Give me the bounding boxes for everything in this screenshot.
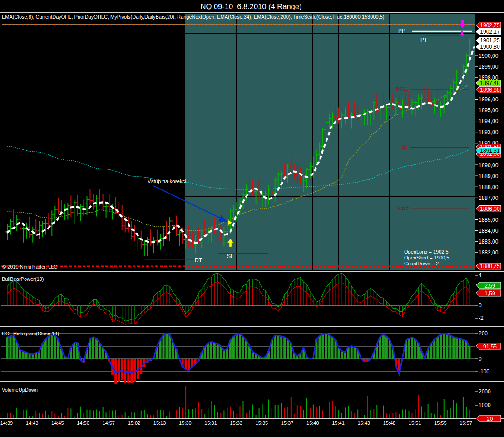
svg-text:1902,17: 1902,17 (480, 29, 500, 35)
svg-text:1900,00: 1900,00 (479, 53, 499, 59)
svg-text:NQ 09-10 6.8.2010 (4 Range): NQ 09-10 6.8.2010 (4 Range) (201, 2, 302, 10)
svg-text:1889,00: 1889,00 (479, 173, 499, 179)
svg-text:15:48: 15:48 (383, 420, 396, 426)
svg-text:CountDown = 2: CountDown = 2 (404, 261, 439, 266)
svg-text:14:50: 14:50 (77, 420, 89, 426)
svg-text:15:40: 15:40 (306, 420, 319, 426)
svg-text:1897,48: 1897,48 (480, 80, 500, 86)
svg-text:15:37: 15:37 (281, 420, 294, 426)
svg-text:PT: PT (420, 37, 428, 43)
svg-text:91,55: 91,55 (483, 343, 497, 350)
svg-text:1896,00: 1896,00 (479, 96, 499, 103)
svg-text:1899,00: 1899,00 (479, 64, 499, 70)
svg-text:15:43: 15:43 (357, 420, 370, 426)
svg-text:S1S2: S1S2 (398, 206, 410, 211)
svg-text:1885,00: 1885,00 (479, 217, 499, 223)
svg-text:1882,00: 1882,00 (479, 249, 499, 256)
svg-text:1884,00: 1884,00 (479, 228, 499, 234)
svg-text:EMA(Close,8), CurrentDayOHL, P: EMA(Close,8), CurrentDayOHL, PriorDayOHL… (2, 14, 384, 20)
svg-text:2000: 2000 (479, 388, 491, 395)
svg-text:1887,00: 1887,00 (479, 195, 499, 201)
svg-text:Vstup na korekci: Vstup na korekci (148, 179, 186, 184)
svg-text:15:02: 15:02 (128, 420, 141, 426)
svg-text:OpenShort = 1900,5: OpenShort = 1900,5 (404, 255, 449, 260)
svg-text:PPS1: PPS1 (396, 86, 409, 92)
svg-text:1902,75: 1902,75 (480, 22, 500, 29)
svg-text:15:35: 15:35 (256, 420, 268, 426)
svg-text:2,59: 2,59 (484, 283, 495, 289)
svg-text:1900,80: 1900,80 (480, 44, 500, 50)
svg-text:1901,25: 1901,25 (480, 37, 500, 44)
svg-text:BullBearPower(13): BullBearPower(13) (2, 276, 44, 282)
svg-text:0: 0 (479, 356, 482, 362)
svg-text:14:39: 14:39 (0, 420, 13, 426)
svg-text:1,59: 1,59 (484, 290, 495, 297)
svg-text:-2: -2 (479, 315, 484, 321)
svg-text:15:57: 15:57 (460, 420, 472, 426)
svg-text:1890,00: 1890,00 (479, 162, 499, 169)
svg-text:1895,00: 1895,00 (479, 107, 499, 114)
svg-text:VolumeUpDown: VolumeUpDown (2, 387, 38, 393)
svg-text:OpenLong = 1902,5: OpenLong = 1902,5 (404, 249, 449, 254)
svg-text:S1: S1 (402, 144, 408, 149)
svg-text:20: 20 (487, 416, 493, 422)
svg-text:14:43: 14:43 (26, 420, 39, 426)
svg-text:© 2010 NinjaTrader, LLC: © 2010 NinjaTrader, LLC (2, 264, 57, 269)
svg-text:SL: SL (227, 253, 234, 259)
svg-text:CCI_Histogram(Close,14): CCI_Histogram(Close,14) (2, 331, 59, 336)
svg-text:14:45: 14:45 (51, 420, 64, 426)
svg-text:1886,00: 1886,00 (480, 206, 500, 212)
svg-text:1894,00: 1894,00 (479, 118, 499, 124)
svg-text:1880,75: 1880,75 (480, 263, 500, 269)
svg-text:PP: PP (398, 28, 405, 34)
svg-text:1888,00: 1888,00 (479, 184, 499, 190)
svg-text:1883,00: 1883,00 (479, 239, 499, 245)
svg-text:15:51: 15:51 (409, 420, 421, 426)
svg-text:4: 4 (479, 272, 482, 279)
svg-text:14:57: 14:57 (102, 420, 115, 426)
svg-text:1000: 1000 (479, 402, 491, 408)
svg-text:1896,88: 1896,88 (480, 87, 500, 93)
svg-text:1891,31: 1891,31 (480, 148, 500, 154)
svg-text:DT: DT (195, 257, 203, 264)
svg-text:0: 0 (479, 302, 482, 309)
svg-text:-100: -100 (479, 368, 489, 375)
svg-text:15:30: 15:30 (179, 420, 192, 426)
svg-text:15:33: 15:33 (230, 420, 242, 426)
svg-text:15:13: 15:13 (153, 420, 166, 426)
svg-text:200: 200 (479, 330, 488, 337)
svg-text:15:55: 15:55 (434, 420, 447, 426)
svg-text:1893,00: 1893,00 (479, 129, 499, 135)
svg-text:15:31: 15:31 (204, 420, 217, 426)
svg-text:15:41: 15:41 (332, 420, 345, 426)
